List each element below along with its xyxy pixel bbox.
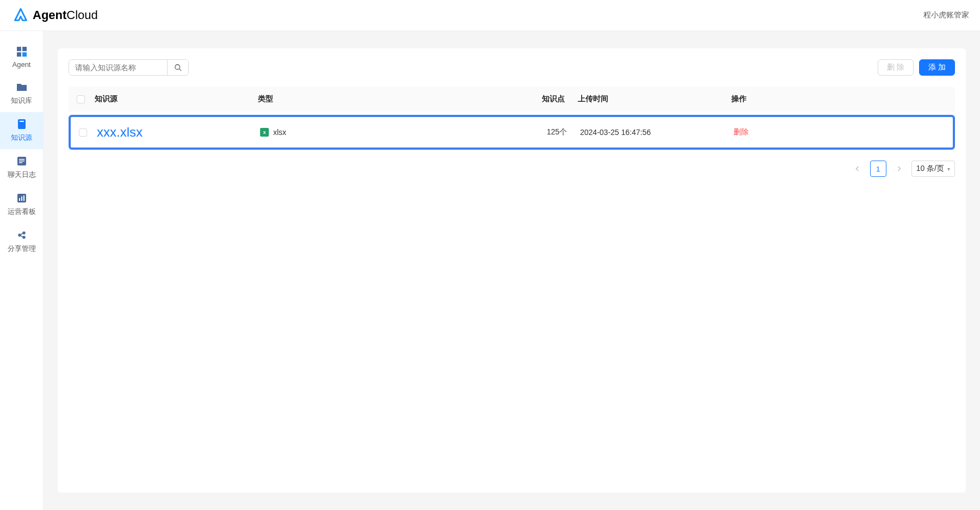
book-icon	[16, 119, 27, 130]
svg-rect-8	[19, 161, 24, 162]
next-page-button[interactable]	[891, 161, 907, 177]
svg-line-17	[20, 234, 23, 235]
folder-icon	[16, 82, 27, 93]
svg-rect-7	[19, 159, 24, 160]
sidebar-item-label: Agent	[13, 60, 31, 69]
svg-line-18	[20, 236, 23, 237]
user-label[interactable]: 程小虎账管家	[923, 10, 969, 20]
chevron-down-icon: ▾	[947, 166, 950, 172]
chart-icon	[16, 193, 27, 204]
time-cell: 2024-03-25 16:47:56	[571, 117, 729, 148]
svg-rect-5	[20, 121, 24, 122]
table-header: 知识源 类型 知识点 上传时间 操作	[69, 87, 955, 112]
row-checkbox[interactable]	[79, 128, 87, 137]
content-panel: 删 除 添 加 知识源 类型 知识点 上传时间 操作 xxx.xlsx	[58, 48, 966, 493]
column-header-action: 操作	[727, 87, 955, 112]
logo-text: AgentCloud	[33, 8, 98, 22]
prev-page-button[interactable]	[849, 161, 866, 177]
sidebar-item-label: 知识源	[11, 133, 32, 143]
chevron-left-icon	[855, 166, 860, 171]
column-header-points[interactable]: 知识点	[537, 87, 569, 112]
svg-line-20	[180, 69, 182, 71]
sidebar-item-knowledge-source[interactable]: 知识源	[0, 112, 43, 149]
search-input[interactable]	[69, 60, 167, 75]
svg-point-19	[175, 65, 180, 70]
column-header-type[interactable]: 类型	[254, 87, 537, 112]
svg-rect-0	[17, 47, 21, 51]
header: AgentCloud 程小虎账管家	[0, 0, 980, 31]
svg-rect-12	[21, 196, 22, 201]
file-name[interactable]: xxx.xlsx	[97, 125, 143, 140]
file-type: x xlsx	[260, 128, 286, 137]
table-row[interactable]: xxx.xlsx x xlsx 125个 2024-03-25 16:47:56…	[69, 115, 955, 150]
sidebar-item-label: 运营看板	[8, 207, 36, 217]
sidebar: Agent 知识库 知识源 聊天日志 运营看板	[0, 31, 44, 510]
search-button[interactable]	[167, 60, 188, 75]
row-delete-link[interactable]: 删除	[734, 127, 749, 137]
sidebar-item-agent[interactable]: Agent	[0, 40, 43, 75]
sidebar-item-label: 聊天日志	[8, 170, 36, 180]
xlsx-icon: x	[260, 128, 269, 137]
sidebar-item-knowledge-base[interactable]: 知识库	[0, 75, 43, 112]
search-icon	[174, 64, 182, 71]
svg-rect-1	[22, 47, 27, 51]
points-cell: 125个	[539, 117, 571, 148]
svg-point-15	[23, 232, 25, 234]
page-size-label: 10 条/页	[916, 164, 944, 174]
logo-icon	[13, 8, 28, 23]
svg-point-16	[23, 236, 25, 238]
svg-rect-3	[22, 52, 27, 57]
sidebar-item-label: 知识库	[11, 96, 32, 106]
pagination: 1 10 条/页 ▾	[69, 161, 955, 177]
sidebar-item-share[interactable]: 分享管理	[0, 223, 43, 260]
grid-icon	[16, 46, 27, 57]
svg-rect-9	[19, 162, 22, 163]
svg-rect-13	[23, 195, 24, 201]
chevron-right-icon	[896, 166, 902, 171]
sidebar-item-chat-log[interactable]: 聊天日志	[0, 149, 43, 186]
file-type-label: xlsx	[273, 128, 286, 137]
column-header-time[interactable]: 上传时间	[569, 87, 727, 112]
sidebar-item-label: 分享管理	[8, 244, 36, 254]
share-icon	[16, 230, 27, 241]
main: 删 除 添 加 知识源 类型 知识点 上传时间 操作 xxx.xlsx	[44, 31, 980, 510]
svg-rect-2	[17, 52, 21, 57]
table: 知识源 类型 知识点 上传时间 操作 xxx.xlsx x xlsx	[69, 87, 955, 150]
page-1-button[interactable]: 1	[870, 161, 886, 177]
sidebar-item-dashboard[interactable]: 运营看板	[0, 186, 43, 223]
search-wrap	[69, 59, 189, 76]
chat-icon	[16, 156, 27, 167]
add-button[interactable]: 添 加	[919, 59, 955, 76]
page-size-select[interactable]: 10 条/页 ▾	[911, 161, 955, 177]
delete-button[interactable]: 删 除	[878, 59, 914, 76]
toolbar: 删 除 添 加	[69, 59, 955, 76]
select-all-checkbox[interactable]	[77, 95, 85, 103]
column-header-source[interactable]: 知识源	[90, 87, 254, 112]
logo[interactable]: AgentCloud	[13, 8, 98, 23]
svg-rect-11	[19, 198, 20, 201]
svg-rect-4	[18, 119, 26, 129]
